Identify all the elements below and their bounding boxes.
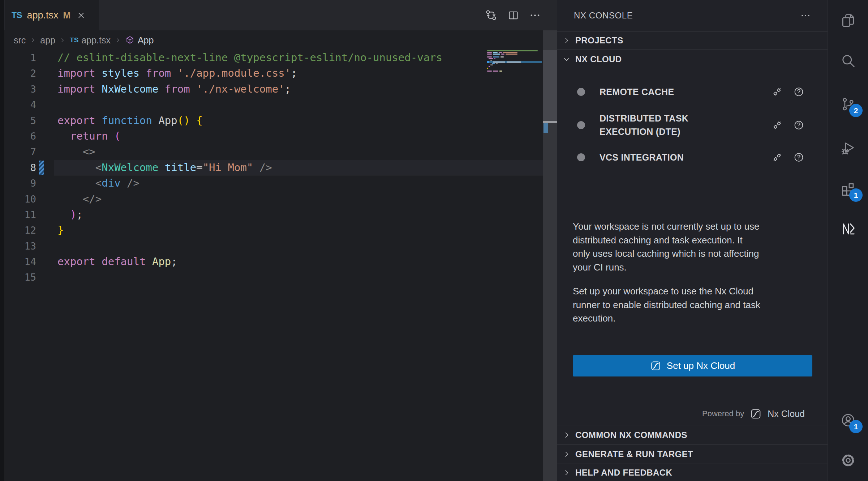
activitybar-item-source-control[interactable]: 2 — [828, 86, 868, 122]
activity-bar: 211 — [828, 0, 868, 481]
code-line-5[interactable]: 5export function App() { — [0, 113, 543, 128]
code-line-3[interactable]: 3import NxWelcome from './nx-welcome'; — [0, 81, 543, 97]
ts-file-icon: TS — [12, 10, 22, 20]
code-line-7[interactable]: 7 <> — [0, 144, 543, 159]
code-line-8[interactable]: 8 <NxWelcome title="Hi Mom" /> — [0, 160, 543, 175]
search-icon — [840, 53, 856, 69]
editor-toolbar — [485, 0, 541, 30]
breadcrumb-item-app[interactable]: App — [125, 35, 154, 46]
tab-app-tsx[interactable]: TS app.tsx M — [5, 0, 99, 30]
code-editor[interactable]: 1// eslint-disable-next-line @typescript… — [0, 50, 543, 285]
feature-label: DISTRIBUTED TASK EXECUTION (DTE) — [600, 112, 751, 139]
count-badge: 1 — [849, 188, 863, 202]
line-number: 12 — [0, 222, 36, 238]
activitybar-item-search[interactable] — [828, 43, 868, 79]
section-label: GENERATE & RUN TARGET — [575, 449, 693, 459]
close-tab-icon[interactable] — [77, 11, 86, 20]
code-line-1[interactable]: 1// eslint-disable-next-line @typescript… — [0, 50, 543, 65]
line-number: 1 — [0, 50, 36, 65]
code-line-6[interactable]: 6 return ( — [0, 128, 543, 144]
overview-git-mark — [543, 123, 548, 133]
activitybar-item-nx-console[interactable] — [828, 211, 868, 247]
panel-title-row: NX CONSOLE — [557, 0, 828, 31]
section-nx-cloud[interactable]: NX CLOUD — [557, 50, 828, 69]
indent-guide — [59, 128, 59, 222]
more-actions-icon[interactable] — [529, 9, 541, 21]
code-text: return ( — [57, 128, 121, 144]
question-icon[interactable] — [793, 152, 804, 163]
section-projects[interactable]: PROJECTS — [557, 31, 828, 50]
question-icon[interactable] — [793, 120, 804, 131]
plug-icon[interactable] — [772, 120, 783, 131]
code-line-11[interactable]: 11 ); — [0, 207, 543, 222]
breadcrumb-label: src — [14, 35, 26, 46]
vscode-window: { "colors": { "accent_blue": "#0d6db3", … — [0, 0, 868, 481]
breadcrumb-item-app[interactable]: app — [40, 35, 55, 46]
more-actions-icon[interactable] — [800, 10, 811, 21]
code-line-9[interactable]: 9 <div /> — [0, 175, 543, 191]
line-number: 8 — [0, 160, 36, 175]
minimap-line — [487, 72, 542, 73]
minimap[interactable] — [487, 50, 542, 93]
divider — [566, 197, 819, 197]
plug-icon[interactable] — [772, 86, 783, 98]
section-help-and-feedback[interactable]: HELP AND FEEDBACK — [557, 464, 828, 481]
editor-scrollbar[interactable] — [543, 30, 557, 481]
code-line-14[interactable]: 14export default App; — [0, 254, 543, 269]
section-generate-run-target[interactable]: GENERATE & RUN TARGET — [557, 444, 828, 464]
breadcrumb-separator-icon — [30, 37, 36, 43]
split-editor-icon[interactable] — [507, 9, 519, 21]
nx-cloud-brand: Nx Cloud — [768, 409, 805, 419]
feature-row-vcs-integration: VCS INTEGRATION — [557, 146, 828, 169]
breadcrumb-separator-icon — [115, 37, 121, 43]
code-line-13[interactable]: 13 — [0, 238, 543, 254]
line-number: 13 — [0, 238, 36, 254]
activitybar-item-debug[interactable] — [828, 130, 868, 166]
code-line-15[interactable]: 15 — [0, 269, 543, 285]
code-text: <NxWelcome title="Hi Mom" /> — [57, 160, 272, 175]
code-line-12[interactable]: 12} — [0, 222, 543, 238]
feature-actions — [772, 120, 804, 131]
line-number: 7 — [0, 144, 36, 159]
breadcrumb-item-src[interactable]: src — [14, 35, 26, 46]
count-badge: 2 — [849, 104, 863, 117]
question-icon[interactable] — [793, 86, 804, 98]
compare-changes-icon[interactable] — [485, 9, 498, 22]
breadcrumb-label: app — [40, 35, 55, 46]
files-icon — [840, 13, 856, 29]
code-text: export function App() { — [57, 113, 203, 128]
line-number: 9 — [0, 175, 36, 191]
powered-by-label: Powered by — [702, 409, 744, 418]
indent-guide — [72, 144, 72, 207]
status-dot — [577, 88, 585, 96]
code-text: import styles from './app.module.css'; — [57, 65, 297, 81]
breadcrumb-item-app-tsx[interactable]: TSapp.tsx — [70, 35, 111, 46]
code-line-2[interactable]: 2import styles from './app.module.css'; — [0, 65, 543, 81]
nx-console-icon — [840, 221, 856, 237]
feature-actions — [772, 86, 804, 98]
code-line-4[interactable]: 4 — [0, 97, 543, 112]
scrollbar-thumb[interactable] — [543, 50, 557, 122]
activitybar-item-settings[interactable] — [828, 442, 868, 478]
setup-hint-text: Set up your workspace to use the Nx Clou… — [573, 285, 814, 325]
activitybar-item-account[interactable]: 1 — [828, 402, 868, 438]
count-badge: 1 — [849, 420, 863, 433]
debug-icon — [840, 140, 856, 156]
git-modified-gutter-marker[interactable] — [39, 161, 44, 175]
workspace-status-text: Your workspace is not currently set up t… — [573, 220, 814, 274]
plug-icon[interactable] — [772, 152, 783, 163]
feature-row-remote-cache: REMOTE CACHE — [557, 80, 828, 103]
activitybar-item-extensions[interactable]: 1 — [828, 171, 868, 207]
nx-console-panel: NX CONSOLE PROJECTS NX CLOUD REMOTE CACH… — [557, 0, 828, 481]
chevron-right-icon — [562, 450, 571, 459]
setup-nx-cloud-button[interactable]: Set up Nx Cloud — [573, 355, 812, 376]
activitybar-item-files[interactable] — [828, 3, 868, 39]
panel-title: NX CONSOLE — [574, 10, 633, 21]
code-text: export default App; — [57, 254, 177, 269]
line-number: 4 — [0, 97, 36, 112]
indent-guide — [85, 160, 85, 191]
code-line-10[interactable]: 10 </> — [0, 191, 543, 207]
breadcrumb-separator-icon — [59, 37, 66, 43]
section-common-nx-commands[interactable]: COMMON NX COMMANDS — [557, 426, 828, 444]
settings-icon — [840, 452, 856, 468]
